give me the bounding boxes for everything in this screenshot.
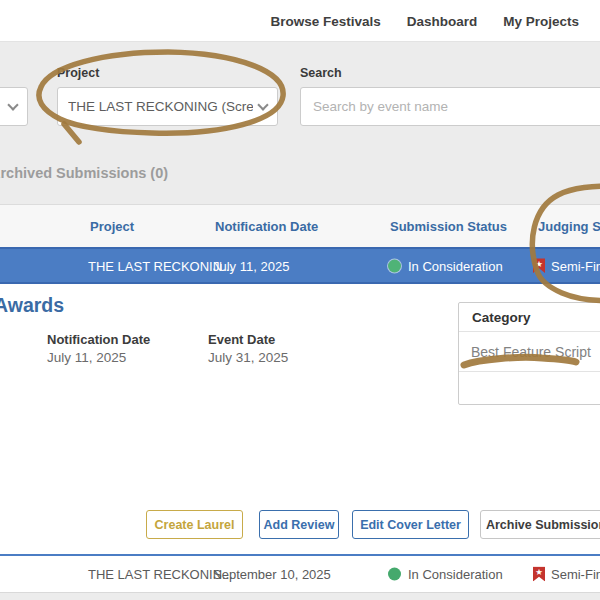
row-notification-date: September 10, 2025 [213, 567, 331, 582]
row-submission-status: In Consideration [388, 567, 503, 582]
bottom-strip [0, 592, 600, 600]
filter-dropdown-partial[interactable] [0, 87, 28, 126]
column-header-notification-date[interactable]: Notification Date [215, 219, 318, 234]
status-dot-icon [388, 568, 401, 581]
event-date-value: July 31, 2025 [208, 350, 288, 365]
laurel-ribbon-icon: ★ [533, 567, 545, 582]
category-card: Category Best Feature Script [458, 302, 600, 405]
judging-status-text: Semi-Finalist [551, 567, 600, 582]
search-label: Search [300, 66, 342, 80]
category-header: Category [459, 303, 600, 332]
column-header-submission-status[interactable]: Submission Status [390, 219, 507, 234]
column-header-project[interactable]: Project [90, 219, 134, 234]
row-project: THE LAST RECKONIN... [88, 258, 233, 273]
submissions-table-header: Project Notification Date Submission Sta… [0, 204, 600, 247]
submission-row-selected[interactable]: THE LAST RECKONIN... July 11, 2025 In Co… [0, 247, 600, 284]
row-notification-date: July 11, 2025 [213, 258, 289, 273]
star-icon: ★ [533, 567, 545, 578]
judging-status-text: Semi-Finalist [551, 258, 600, 273]
top-nav: Browse Festivals Dashboard My Projects [0, 0, 600, 42]
project-dropdown[interactable]: THE LAST RECKONING (Screenpla [57, 87, 278, 126]
archive-submission-button[interactable]: Archive Submission [480, 510, 600, 539]
add-review-button[interactable]: Add Review [259, 510, 339, 539]
row-submission-status: In Consideration [388, 258, 503, 273]
event-date-label: Event Date [208, 332, 275, 347]
filter-bar: Project THE LAST RECKONING (Screenpla Se… [0, 42, 600, 204]
category-value: Best Feature Script [459, 332, 600, 372]
nav-dashboard[interactable]: Dashboard [407, 14, 478, 29]
awards-title: Awards [0, 294, 64, 317]
status-text: In Consideration [408, 258, 503, 273]
notification-date-value: July 11, 2025 [47, 350, 126, 365]
create-laurel-button[interactable]: Create Laurel [146, 510, 243, 539]
laurel-ribbon-icon: ★ [533, 258, 545, 273]
project-label: Project [57, 66, 99, 80]
notification-date-label: Notification Date [47, 332, 150, 347]
star-icon: ★ [533, 258, 545, 269]
column-header-judging-status[interactable]: Judging Status [538, 219, 600, 234]
edit-cover-letter-button[interactable]: Edit Cover Letter [352, 510, 469, 539]
search-input[interactable] [300, 87, 600, 126]
status-text: In Consideration [408, 567, 503, 582]
nav-my-projects[interactable]: My Projects [503, 14, 579, 29]
chevron-down-icon [257, 99, 268, 110]
row-judging-status: ★ Semi-Finalist [533, 258, 600, 273]
row-project: THE LAST RECKONIN... [88, 567, 233, 582]
tab-archived-submissions[interactable]: Archived Submissions (0) [0, 165, 168, 181]
project-dropdown-value: THE LAST RECKONING (Screenpla [68, 99, 253, 114]
row-judging-status: ★ Semi-Finalist [533, 567, 600, 582]
status-dot-icon [388, 259, 401, 272]
nav-items: Browse Festivals Dashboard My Projects [270, 0, 579, 42]
nav-browse-festivals[interactable]: Browse Festivals [270, 14, 380, 29]
chevron-down-icon [7, 99, 18, 110]
submission-row[interactable]: THE LAST RECKONIN... September 10, 2025 … [0, 554, 600, 592]
